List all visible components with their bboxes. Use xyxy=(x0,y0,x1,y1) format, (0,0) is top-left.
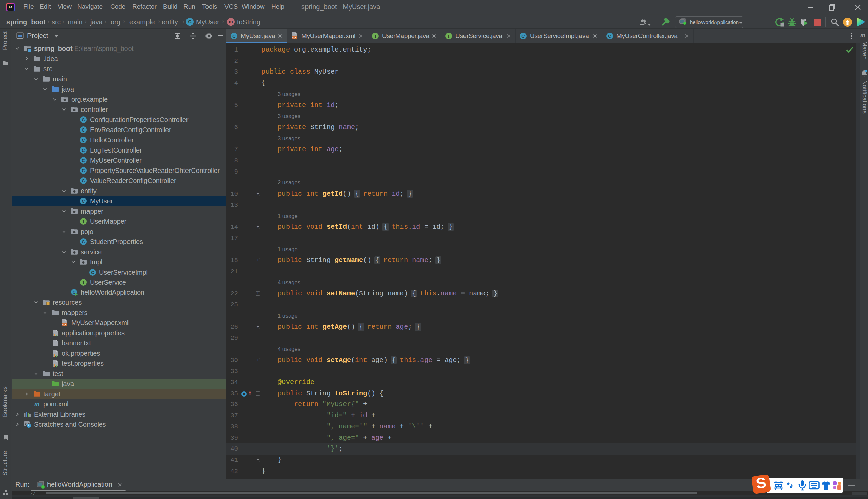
svg-text:m: m xyxy=(34,400,40,407)
svg-text:C: C xyxy=(232,34,236,39)
svg-text:C: C xyxy=(91,270,94,275)
svg-text:C: C xyxy=(82,158,85,163)
svg-text:C: C xyxy=(82,138,85,143)
svg-text:C: C xyxy=(82,127,85,133)
svg-text:<>: <> xyxy=(62,324,66,327)
svg-text:<>: <> xyxy=(292,36,296,40)
svg-text:I: I xyxy=(82,280,84,285)
svg-text:I: I xyxy=(448,34,449,39)
svg-text:C: C xyxy=(82,199,85,204)
svg-text:C: C xyxy=(522,34,525,39)
svg-text:C: C xyxy=(608,34,611,39)
svg-text:C: C xyxy=(82,178,85,183)
svg-text:C: C xyxy=(82,117,85,122)
svg-text:C: C xyxy=(82,239,85,244)
svg-text:C: C xyxy=(82,168,85,173)
svg-text:C: C xyxy=(82,148,85,153)
svg-text:I: I xyxy=(374,34,376,39)
svg-text:I: I xyxy=(82,219,84,224)
